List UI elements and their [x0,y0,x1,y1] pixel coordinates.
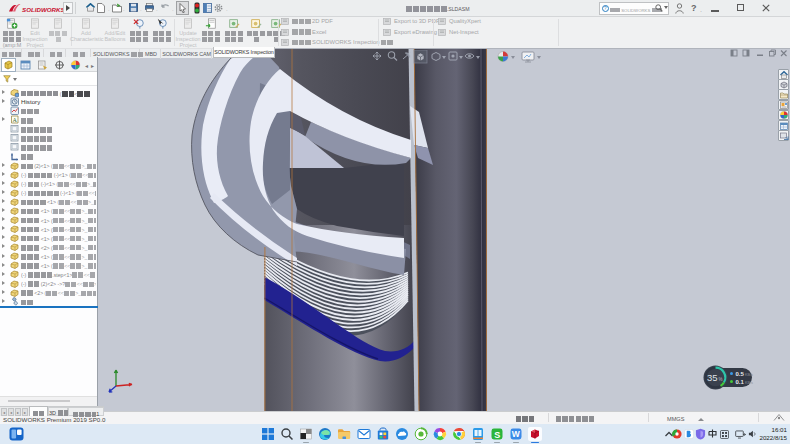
svg-text:KB/s: KB/s [745,373,753,377]
svg-text:KB/s: KB/s [745,381,753,385]
svg-text:35: 35 [707,372,718,383]
svg-text:S: S [494,430,500,440]
svg-text:W: W [512,429,521,439]
svg-text:0.5: 0.5 [736,371,745,377]
svg-text:%: % [719,377,723,382]
svg-text:0.1: 0.1 [736,379,745,385]
svg-text:?: ? [604,6,607,11]
svg-text:SOLIDWORKS: SOLIDWORKS [22,6,65,13]
